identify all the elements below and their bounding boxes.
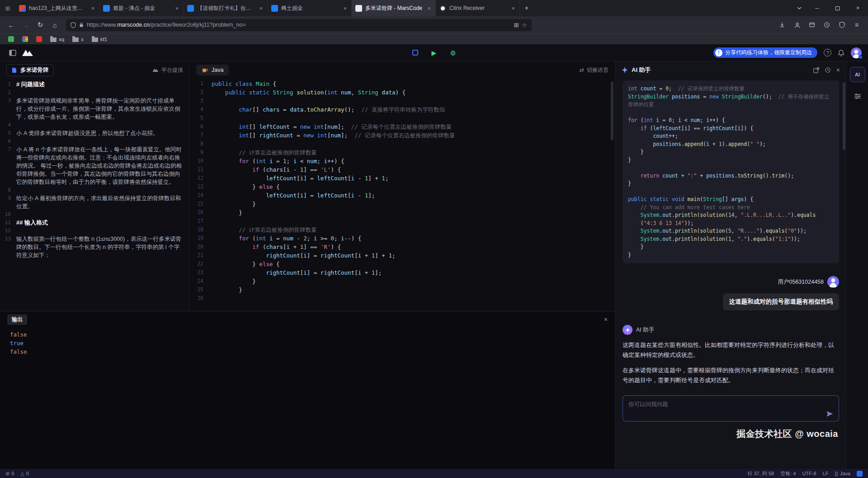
collections-icon[interactable]: [805, 18, 819, 32]
code-line[interactable]: 16 }: [190, 208, 615, 217]
code-line[interactable]: 5: [190, 114, 615, 122]
code-line[interactable]: 14 leftCount[i] = leftCount[i - 1];: [190, 191, 615, 200]
tab-close-icon[interactable]: ×: [90, 5, 95, 12]
code-line[interactable]: 23 rightCount[i] = rightCount[i + 1];: [190, 268, 615, 277]
debug-button[interactable]: [448, 48, 458, 58]
chat-history-icon[interactable]: [825, 67, 831, 73]
expand-icon[interactable]: [813, 67, 819, 73]
ai-input[interactable]: 你可以问我问题: [623, 395, 839, 422]
tab-close-icon[interactable]: ×: [258, 5, 264, 12]
ai-close-icon[interactable]: ×: [836, 66, 840, 74]
editor-scrollbar[interactable]: [611, 81, 613, 140]
eol-info[interactable]: LF: [823, 471, 829, 476]
code-line[interactable]: 13 } else {: [190, 183, 615, 191]
ime-icon[interactable]: [857, 471, 863, 477]
code-line[interactable]: 24 }: [190, 277, 615, 286]
tab-close-icon[interactable]: ×: [342, 5, 348, 12]
error-count[interactable]: ⊘0: [5, 471, 14, 477]
minimize-button[interactable]: ─: [807, 0, 827, 16]
bookmark-item[interactable]: [5, 35, 18, 43]
code-line[interactable]: 2 public static String solution(int num,…: [190, 88, 615, 97]
code-line[interactable]: 4 char[] chars = data.toCharArray(); // …: [190, 105, 615, 114]
bookmark-item[interactable]: kf1: [88, 35, 111, 43]
browser-tab[interactable]: 【请领取打卡礼】你的 AI 伴×: [184, 0, 268, 16]
code-line[interactable]: 19 for (int i = num - 2; i >= 0; i--) {: [190, 234, 615, 243]
code-line[interactable]: 7 int[] rightCount = new int[num]; // 记录…: [190, 131, 615, 140]
output-tab[interactable]: 输出: [7, 314, 27, 325]
send-icon[interactable]: [826, 410, 833, 417]
cursor-position[interactable]: 行 37, 列 58: [747, 470, 774, 477]
code-token: -: [354, 192, 365, 199]
user-avatar[interactable]: [851, 47, 862, 58]
code-line[interactable]: 26: [190, 294, 615, 303]
qr-grid-icon[interactable]: ⊞: [514, 22, 519, 28]
language-tab[interactable]: Java: [196, 65, 229, 75]
help-icon[interactable]: ?: [824, 49, 831, 56]
bookmark-item[interactable]: s: [69, 35, 87, 43]
new-tab-button[interactable]: +: [520, 0, 533, 16]
reload-icon[interactable]: ↻: [33, 18, 47, 32]
encoding-info[interactable]: UTF-8: [802, 471, 816, 476]
share-banner[interactable]: ! 分享代码练习体验，领限量定制周边: [713, 47, 817, 58]
language-mode[interactable]: {}Java: [835, 471, 850, 476]
code-line[interactable]: 21 rightCount[i] = rightCount[i + 1] + 1…: [190, 251, 615, 260]
panel-toggle-icon[interactable]: [6, 47, 19, 59]
code-line[interactable]: 11 if (chars[i - 1] == 'L') {: [190, 165, 615, 174]
profile-icon[interactable]: [790, 18, 804, 32]
security-shield-icon[interactable]: [835, 18, 849, 32]
marscode-logo-icon[interactable]: [22, 49, 33, 56]
tab-list-chevron-icon[interactable]: [792, 0, 807, 16]
problem-title-badge[interactable]: 多米诺骨牌: [6, 64, 54, 76]
indent-info[interactable]: 空格: 4: [780, 470, 796, 477]
code-line[interactable]: 25 }: [190, 286, 615, 294]
bookmark-item[interactable]: [19, 35, 32, 43]
code-line[interactable]: 6 int[] leftCount = new int[num]; // 记录每…: [190, 122, 615, 131]
home-icon[interactable]: ⌂: [48, 18, 61, 32]
browser-tab[interactable]: 最新 - 沸点 - 掘金×: [99, 0, 184, 16]
notifications-icon[interactable]: [838, 49, 844, 56]
code-line[interactable]: 9 // 计算左边被推倒的骨牌数量: [190, 148, 615, 157]
forward-icon[interactable]: →: [19, 18, 33, 32]
tab-grid-icon[interactable]: ⊞: [0, 0, 15, 16]
bookmark-item[interactable]: xq: [47, 35, 68, 43]
warning-count[interactable]: △0: [20, 471, 29, 477]
switch-language-button[interactable]: ⇄ 切换语言: [580, 66, 609, 74]
browser-tab[interactable]: Citrix Receiver×: [436, 0, 520, 16]
maximize-button[interactable]: [827, 0, 848, 16]
code-line[interactable]: 12 leftCount[i] = leftCount[i - 1] + 1;: [190, 174, 615, 183]
tab-close-icon[interactable]: ×: [174, 5, 179, 12]
code-line[interactable]: 22 } else {: [190, 260, 615, 268]
output-close-icon[interactable]: ×: [604, 316, 608, 323]
favorite-star-icon[interactable]: ☆: [522, 22, 527, 28]
ai-scrollbar[interactable]: [843, 82, 845, 150]
bookmark-item[interactable]: [33, 35, 46, 43]
code-line[interactable]: 15 }: [190, 200, 615, 208]
tune-icon[interactable]: [851, 89, 864, 103]
problem-content[interactable]: 1# 问题描述23多米诺骨牌游戏规则非常简单，将骨牌按一定间距的尺寸排成单行，或…: [0, 79, 189, 311]
browser-tab[interactable]: 稀土掘金×: [268, 0, 352, 16]
browser-tab[interactable]: 多米诺骨牌 - MarsCode×: [352, 0, 436, 16]
close-window-button[interactable]: ×: [848, 0, 868, 16]
code-line[interactable]: 8: [190, 140, 615, 148]
back-icon[interactable]: ←: [5, 18, 18, 32]
history-icon[interactable]: [820, 18, 834, 32]
tab-close-icon[interactable]: ×: [426, 5, 432, 12]
menu-icon[interactable]: ≡: [850, 18, 863, 32]
code-line[interactable]: 17: [190, 217, 615, 225]
code-line[interactable]: 3: [190, 97, 615, 105]
code-line[interactable]: 18 // 计算右边被推倒的骨牌数量: [190, 225, 615, 234]
run-button[interactable]: ▶: [429, 48, 439, 58]
code-editor[interactable]: 1public class Main {2 public static Stri…: [190, 79, 615, 311]
tracking-shield-icon[interactable]: [71, 22, 76, 28]
tab-close-icon[interactable]: ×: [510, 5, 516, 12]
code-token: [637, 85, 641, 92]
code-line[interactable]: 1public class Main {: [190, 80, 615, 88]
download-icon[interactable]: [775, 18, 789, 32]
code-line[interactable]: 20 if (chars[i + 1] == 'R') {: [190, 243, 615, 251]
stop-button[interactable]: [410, 48, 420, 58]
ai-chat-body[interactable]: int count = 0; // 记录保持竖立的骨牌数量 StringBuil…: [615, 79, 846, 469]
address-bar[interactable]: https://www.marscode.cn/practice/9eeor2o…: [66, 19, 532, 31]
ai-sidebar-button[interactable]: AI: [850, 67, 865, 82]
browser-tab[interactable]: hao123_上网从这里开始×: [15, 0, 99, 16]
code-line[interactable]: 10 for (int i = 1; i < num; i++) {: [190, 157, 615, 165]
